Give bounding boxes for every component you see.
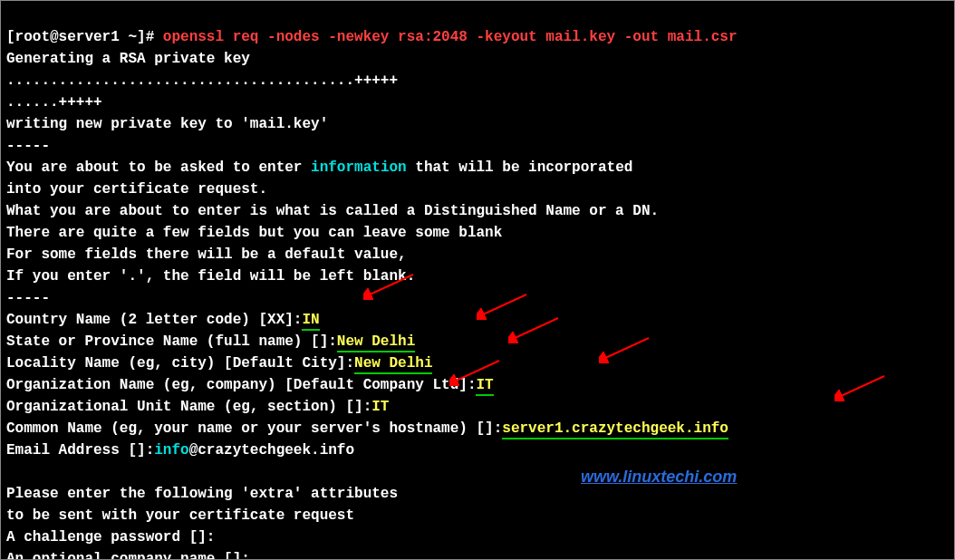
line-dashes-1: -----	[6, 138, 50, 154]
state-value[interactable]: New Delhi	[337, 333, 415, 352]
locality-prompt: Locality Name (eg, city) [Default City]:	[6, 355, 354, 372]
line-writing-key: writing new private key to 'mail.key'	[6, 116, 328, 132]
line-about-3: What you are about to enter is what is c…	[6, 203, 659, 219]
watermark-link[interactable]: www.linuxtechi.com	[581, 465, 737, 489]
line-progress-2: ......+++++	[6, 94, 102, 111]
challenge-prompt[interactable]: A challenge password []:	[6, 529, 215, 546]
shell-prompt: [root@server1 ~]#	[6, 29, 163, 45]
openssl-command: openssl req -nodes -newkey rsa:2048 -key…	[163, 29, 738, 45]
optional-company-prompt[interactable]: An optional company name []:	[6, 551, 250, 560]
line-about-1b: that will be incorporated	[407, 159, 633, 176]
org-value[interactable]: IT	[476, 377, 493, 396]
email-local[interactable]: info	[154, 442, 188, 459]
line-about-1a: You are about to be asked to enter	[6, 159, 311, 176]
line-about-2: into your certificate request.	[6, 181, 267, 198]
terminal-output: [root@server1 ~]# openssl req -nodes -ne…	[1, 1, 954, 560]
line-about-4: There are quite a few fields but you can…	[6, 225, 502, 241]
cn-prompt: Common Name (eg, your name or your serve…	[6, 420, 502, 437]
word-information: information	[311, 159, 407, 176]
email-domain[interactable]: @crazytechgeek.info	[189, 442, 354, 459]
state-prompt: State or Province Name (full name) []:	[6, 333, 337, 350]
cn-value[interactable]: server1.crazytechgeek.info	[502, 420, 728, 439]
country-prompt: Country Name (2 letter code) [XX]:	[6, 312, 302, 328]
country-value[interactable]: IN	[302, 312, 319, 331]
locality-value[interactable]: New Delhi	[354, 355, 432, 374]
line-generating: Generating a RSA private key	[6, 51, 250, 67]
org-prompt: Organization Name (eg, company) [Default…	[6, 377, 476, 393]
line-about-6: If you enter '.', the field will be left…	[6, 268, 415, 285]
extra-line-1: Please enter the following 'extra' attri…	[6, 486, 398, 502]
line-progress-1: ........................................…	[6, 72, 398, 89]
line-dashes-2: -----	[6, 290, 50, 306]
email-prompt: Email Address []:	[6, 442, 154, 459]
ou-prompt: Organizational Unit Name (eg, section) […	[6, 399, 371, 415]
line-about-5: For some fields there will be a default …	[6, 246, 407, 263]
ou-value[interactable]: IT	[371, 399, 389, 415]
extra-line-2: to be sent with your certificate request	[6, 507, 354, 524]
